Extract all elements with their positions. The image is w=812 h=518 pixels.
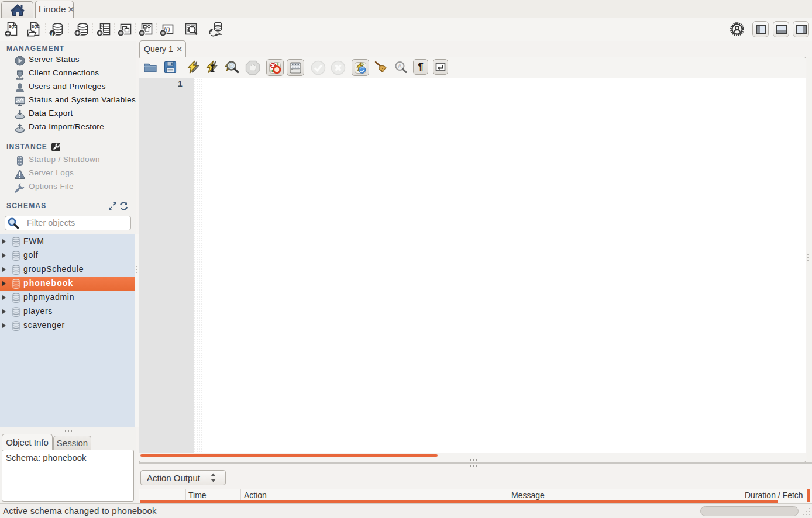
svg-text:A: A	[398, 63, 402, 70]
svg-text:SQL: SQL	[32, 25, 39, 29]
svg-text:SQL: SQL	[9, 25, 16, 29]
